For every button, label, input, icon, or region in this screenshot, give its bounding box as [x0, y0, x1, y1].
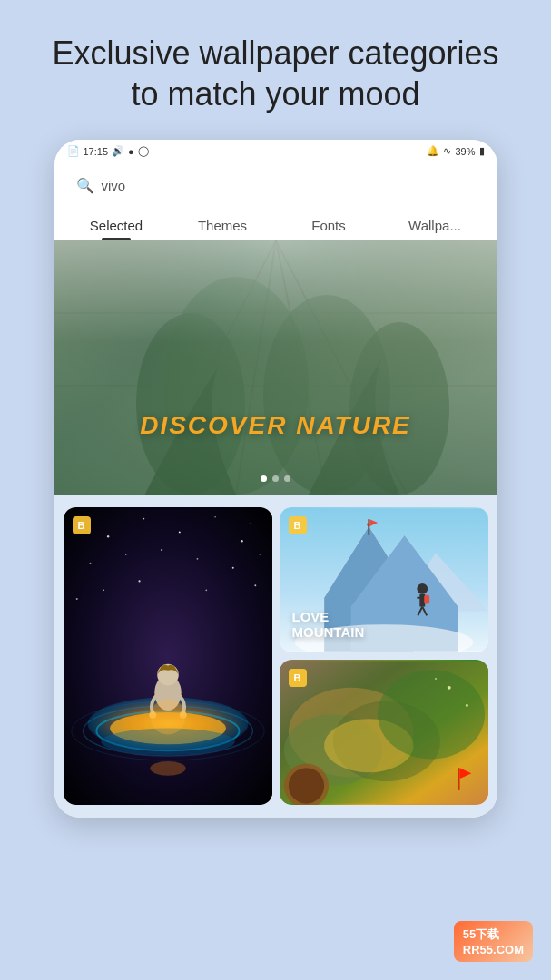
- gallery-section: ♥ B LOVE MOUNTAIN: [54, 495, 497, 818]
- stars: B: [64, 507, 272, 805]
- svg-point-58: [150, 761, 185, 776]
- battery-level: 39%: [455, 146, 475, 157]
- mountain-badge: B: [289, 516, 307, 534]
- search-icon: 🔍: [76, 177, 94, 194]
- status-right: 🔔 ∿ 39% ▮: [427, 145, 484, 157]
- vivo-icon: ◯: [138, 145, 149, 157]
- abstract-badge: B: [289, 669, 307, 687]
- hero-dot-3: [284, 475, 290, 482]
- space-badge: B: [73, 516, 91, 534]
- watermark-text: 55下载RR55.COM: [463, 927, 524, 956]
- tab-selected[interactable]: Selected: [64, 209, 170, 240]
- hero-dots: [54, 475, 497, 482]
- svg-point-30: [106, 535, 108, 537]
- hero-dot-1: [261, 475, 267, 482]
- svg-point-66: [378, 670, 485, 759]
- svg-point-32: [178, 531, 180, 533]
- status-left: 📄 17:15 🔊 ● ◯: [67, 145, 149, 157]
- svg-point-40: [231, 567, 233, 569]
- svg-point-41: [259, 554, 260, 554]
- page-headline: Exclusive wallpaper categories to match …: [0, 0, 551, 140]
- abstract-svg: [280, 660, 488, 805]
- search-value: vivo: [102, 178, 126, 193]
- svg-point-42: [75, 598, 77, 600]
- svg-rect-70: [458, 768, 459, 790]
- watermark: 55下载RR55.COM: [454, 921, 533, 962]
- tab-themes[interactable]: Themes: [170, 209, 276, 240]
- tab-fonts[interactable]: Fonts: [276, 209, 382, 240]
- space-svg: [64, 507, 272, 805]
- nfc-icon: ●: [128, 146, 134, 157]
- svg-point-35: [250, 523, 251, 524]
- volume-icon: 🔊: [112, 145, 124, 157]
- mountain-inner: ♥ B LOVE MOUNTAIN: [280, 507, 488, 652]
- mountain-card-text: LOVE MOUNTAIN: [292, 610, 365, 640]
- battery-icon: ▮: [479, 145, 485, 157]
- svg-point-44: [138, 580, 140, 582]
- hero-text: DISCOVER NATURE: [54, 411, 497, 440]
- hero-banner: DISCOVER NATURE: [54, 240, 497, 495]
- svg-rect-11: [54, 240, 497, 495]
- greenhouse-svg: [54, 240, 497, 495]
- tab-wallpaper[interactable]: Wallpa...: [382, 209, 488, 240]
- svg-point-39: [196, 558, 198, 560]
- svg-point-46: [254, 584, 256, 586]
- svg-rect-24: [424, 595, 429, 604]
- sim-icon: 📄: [67, 145, 80, 157]
- svg-point-37: [125, 554, 127, 555]
- svg-point-45: [205, 589, 207, 591]
- gallery-card-mountain[interactable]: ♥ B LOVE MOUNTAIN: [280, 507, 488, 652]
- gallery-card-abstract[interactable]: B: [280, 660, 488, 805]
- svg-point-34: [241, 540, 242, 542]
- wifi-icon: ∿: [443, 145, 451, 157]
- hero-dot-2: [272, 475, 279, 482]
- svg-point-57: [150, 699, 185, 734]
- status-bar: 📄 17:15 🔊 ● ◯ 🔔 ∿ 39% ▮: [54, 140, 497, 162]
- svg-point-65: [288, 768, 323, 803]
- svg-point-19: [417, 583, 428, 594]
- svg-rect-28: [64, 510, 272, 802]
- mute-icon: 🔔: [427, 145, 439, 157]
- gallery-card-space[interactable]: B: [64, 507, 272, 805]
- phone-mockup: 📄 17:15 🔊 ● ◯ 🔔 ∿ 39% ▮ 🔍 vivo Selected …: [54, 140, 497, 818]
- tab-bar: Selected Themes Fonts Wallpa...: [54, 209, 497, 240]
- time: 17:15: [84, 146, 109, 157]
- svg-point-67: [447, 686, 450, 690]
- svg-rect-26: [368, 519, 369, 535]
- svg-point-38: [161, 549, 162, 551]
- svg-point-43: [103, 589, 104, 591]
- svg-point-33: [214, 516, 216, 518]
- svg-point-69: [435, 678, 437, 680]
- search-bar[interactable]: 🔍 vivo: [64, 170, 488, 201]
- svg-point-36: [89, 563, 91, 564]
- svg-point-31: [143, 518, 144, 520]
- svg-point-68: [465, 704, 467, 707]
